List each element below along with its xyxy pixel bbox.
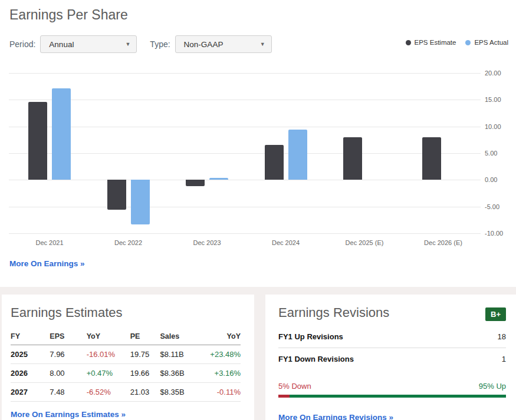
estimates-cell: +0.47% <box>87 364 130 383</box>
page-title: Earnings Per Share <box>9 7 128 23</box>
legend-dot-icon <box>465 40 471 45</box>
period-select[interactable]: Annual ▼ <box>40 35 137 53</box>
estimates-cell: $8.36B <box>160 364 199 383</box>
bar-eps-estimate-dec-2024[interactable] <box>265 145 284 180</box>
estimates-cell: 2026 <box>11 364 50 383</box>
x-axis-category-label: Dec 2024 <box>254 239 318 246</box>
estimates-cell: 2025 <box>11 345 50 364</box>
estimates-cell: 19.75 <box>130 345 160 364</box>
revision-row-value: 1 <box>502 355 506 363</box>
chevron-down-icon: ▼ <box>260 41 265 47</box>
legend-dot-icon <box>406 40 411 45</box>
estimates-cell: -6.52% <box>87 383 130 402</box>
estimates-cell: 21.03 <box>130 383 160 402</box>
estimates-cell: 2027 <box>11 383 50 402</box>
revisions-rows: FY1 Up Revisions18FY1 Down Revisions1 <box>278 326 506 370</box>
y-axis-tick-label: 15.00 <box>485 96 514 103</box>
revisions-header: Earnings Revisions B+ <box>278 295 506 321</box>
down-bar-segment <box>278 395 290 398</box>
table-row: 20277.48-6.52%21.03$8.35B-0.11% <box>11 383 241 402</box>
more-on-earnings-estimates-link[interactable]: More On Earnings Estimates » <box>11 410 126 419</box>
type-label: Type: <box>150 39 170 49</box>
estimates-col-header: Sales <box>160 328 199 345</box>
earnings-estimates-card: Earnings Estimates FYEPSYoYPESalesYoY 20… <box>2 295 254 420</box>
revision-row-label: FY1 Down Revisions <box>278 355 354 363</box>
revision-row-value: 18 <box>498 332 506 341</box>
more-on-earnings-link[interactable]: More On Earnings » <box>9 259 85 268</box>
y-axis-tick-label: 10.00 <box>485 123 514 130</box>
estimates-col-header: YoY <box>87 328 130 345</box>
estimates-col-header: YoY <box>199 328 241 345</box>
chart-legend: EPS EstimateEPS Actual <box>406 39 509 46</box>
gridline <box>9 180 481 180</box>
estimates-title: Earnings Estimates <box>11 295 241 320</box>
revision-row: FY1 Up Revisions18 <box>278 326 506 348</box>
estimates-cell: -0.11% <box>199 383 241 402</box>
estimates-cell: +3.16% <box>199 364 241 383</box>
revisions-bar-labels: 5% Down 95% Up <box>278 382 506 391</box>
grade-badge: B+ <box>485 307 506 321</box>
estimates-col-header: FY <box>11 328 50 345</box>
gridline <box>9 207 481 207</box>
y-axis-tick-label: -5.00 <box>485 203 514 210</box>
estimates-cell: -16.01% <box>87 345 130 364</box>
estimates-col-header: PE <box>130 328 160 345</box>
y-axis-tick-label: 0.00 <box>485 176 514 183</box>
bar-eps-actual-dec-2022[interactable] <box>131 180 150 224</box>
estimates-table: FYEPSYoYPESalesYoY 20257.96-16.01%19.75$… <box>11 328 241 402</box>
table-row: 20257.96-16.01%19.75$8.11B+23.48% <box>11 345 241 364</box>
estimates-col-header: EPS <box>50 328 86 345</box>
y-axis-tick-label: 20.00 <box>485 70 514 77</box>
x-axis-category-label: Dec 2023 <box>175 239 239 246</box>
chevron-down-icon: ▼ <box>125 41 130 47</box>
down-percent-label: 5% Down <box>278 382 311 391</box>
bar-eps-estimate-dec-2023[interactable] <box>186 180 205 186</box>
x-axis-category-label: Dec 2025 (E) <box>332 239 397 246</box>
y-axis-tick-label: -10.00 <box>485 230 514 237</box>
x-axis-category-label: Dec 2021 <box>17 239 82 246</box>
gridline <box>9 73 481 74</box>
x-axis-category-label: Dec 2022 <box>96 239 161 246</box>
earnings-revisions-card: Earnings Revisions B+ FY1 Up Revisions18… <box>265 295 516 420</box>
estimates-cell: 19.66 <box>130 364 160 383</box>
bar-eps-actual-dec-2024[interactable] <box>288 130 307 180</box>
chart-controls: Period: Annual ▼ Type: Non-GAAP ▼ <box>9 35 272 53</box>
up-bar-segment <box>290 395 506 398</box>
earnings-per-share-card: Earnings Per Share Period: Annual ▼ Type… <box>0 0 516 287</box>
bar-eps-actual-dec-2023[interactable] <box>209 178 228 180</box>
bar-eps-estimate-dec-2025-e-[interactable] <box>343 137 362 180</box>
revision-row: FY1 Down Revisions1 <box>278 348 506 370</box>
estimates-cell: +23.48% <box>199 345 241 364</box>
period-label: Period: <box>9 39 35 49</box>
estimates-cell: $8.11B <box>160 345 199 364</box>
eps-bar-chart: 20.0015.0010.005.000.00-5.00-10.00Dec 20… <box>0 73 516 250</box>
type-select-value: Non-GAAP <box>184 40 224 49</box>
estimates-cell: $8.35B <box>160 383 199 402</box>
legend-label: EPS Estimate <box>415 39 456 46</box>
table-row: 20268.00+0.47%19.66$8.36B+3.16% <box>11 364 241 383</box>
bottom-section: Earnings Estimates FYEPSYoYPESalesYoY 20… <box>0 295 516 420</box>
bar-eps-estimate-dec-2022[interactable] <box>107 180 126 210</box>
period-select-value: Annual <box>49 40 74 49</box>
legend-item-eps-actual[interactable]: EPS Actual <box>465 39 508 46</box>
bar-eps-estimate-dec-2026-e-[interactable] <box>422 137 441 180</box>
more-on-earnings-revisions-link[interactable]: More On Earnings Revisions » <box>278 413 393 420</box>
up-percent-label: 95% Up <box>479 382 506 391</box>
chart-plot-area <box>9 73 481 233</box>
legend-label: EPS Actual <box>474 39 508 46</box>
gridline <box>9 127 481 127</box>
type-select[interactable]: Non-GAAP ▼ <box>175 35 272 53</box>
gridline <box>9 233 481 234</box>
bar-eps-estimate-dec-2021[interactable] <box>28 102 47 180</box>
bar-eps-actual-dec-2021[interactable] <box>52 88 71 180</box>
x-axis-category-label: Dec 2026 (E) <box>411 239 476 246</box>
revisions-title: Earnings Revisions <box>278 305 389 320</box>
revision-row-label: FY1 Up Revisions <box>278 332 343 341</box>
legend-item-eps-estimate[interactable]: EPS Estimate <box>406 39 456 46</box>
y-axis-tick-label: 5.00 <box>485 150 514 157</box>
gridline <box>9 153 481 154</box>
estimates-cell: 8.00 <box>50 364 86 383</box>
revisions-ratio-bar <box>278 395 506 398</box>
estimates-cell: 7.96 <box>50 345 86 364</box>
gridline <box>9 100 481 100</box>
